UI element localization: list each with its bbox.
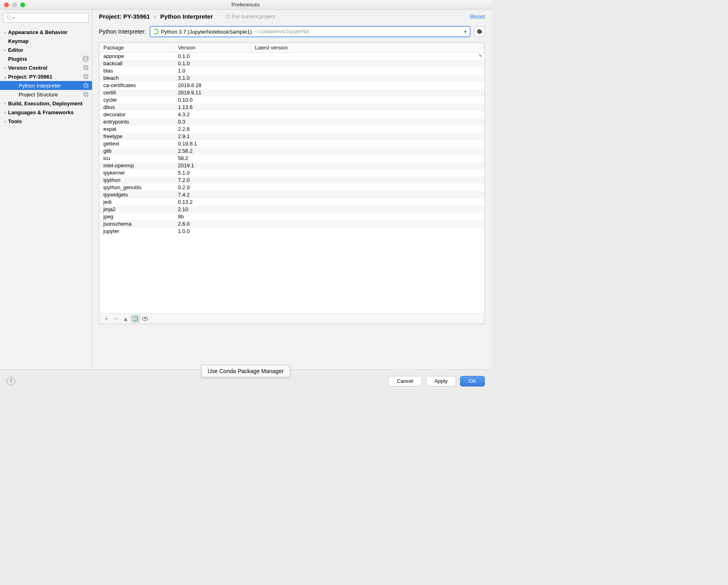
sidebar-item-label: Keymap	[8, 38, 92, 44]
table-row[interactable]: icu58.2	[99, 155, 484, 162]
sidebar-item-languages-frameworks[interactable]: ›Languages & Frameworks	[0, 108, 92, 117]
chevron-right-icon: ›	[2, 66, 8, 70]
package-latest	[251, 199, 484, 206]
apply-button[interactable]: Apply	[426, 376, 456, 386]
chevron-right-icon: ›	[2, 30, 8, 34]
package-name: cycler	[99, 96, 174, 104]
table-row[interactable]: jupyter1.0.0	[99, 228, 484, 235]
package-latest	[251, 82, 484, 89]
sidebar-item-python-interpreter[interactable]: Python Interpreter	[0, 81, 92, 90]
table-row[interactable]: bleach3.1.0	[99, 75, 484, 82]
sidebar-item-label: Plugins	[8, 56, 82, 62]
use-conda-button[interactable]	[131, 315, 140, 323]
table-row[interactable]: entrypoints0.3	[99, 118, 484, 126]
scope-badge: For current project	[225, 13, 275, 19]
sidebar-item-version-control[interactable]: ›Version Control	[0, 63, 92, 72]
add-package-button[interactable]: ＋	[102, 315, 111, 323]
show-early-releases-button[interactable]	[141, 315, 150, 323]
packages-table: Package Version Latest version appnope0.…	[99, 43, 485, 324]
table-row[interactable]: jpeg9b	[99, 213, 484, 220]
package-latest	[251, 206, 484, 213]
table-body[interactable]: appnope0.1.0backcall0.1.0blas1.0bleach3.…	[99, 53, 484, 313]
table-header: Package Version Latest version	[99, 43, 484, 53]
package-name: backcall	[99, 60, 174, 67]
chevron-down-icon: ▼	[463, 30, 467, 34]
table-row[interactable]: dbus1.13.6	[99, 104, 484, 111]
table-row[interactable]: ipython_genutils0.2.0	[99, 184, 484, 191]
package-latest	[251, 96, 484, 104]
package-name: decorator	[99, 111, 174, 118]
table-row[interactable]: ipykernel5.1.0	[99, 169, 484, 177]
svg-rect-2	[84, 66, 87, 69]
package-name: ipykernel	[99, 169, 174, 177]
table-row[interactable]: cycler0.10.0	[99, 96, 484, 104]
table-row[interactable]: ipywidgets7.4.2	[99, 191, 484, 199]
search-dropdown-icon[interactable]: ▾	[13, 16, 15, 20]
sidebar-item-tools[interactable]: ›Tools	[0, 117, 92, 126]
package-latest	[251, 213, 484, 220]
table-row[interactable]: expat2.2.6	[99, 126, 484, 133]
sidebar-item-label: Appearance & Behavior	[8, 29, 92, 35]
breadcrumb-root[interactable]: Project: PY-35961	[99, 13, 150, 20]
help-button[interactable]: ?	[6, 377, 15, 386]
table-row[interactable]: decorator4.3.2	[99, 111, 484, 118]
table-row[interactable]: glib2.56.2	[99, 147, 484, 155]
svg-rect-10	[226, 15, 229, 17]
search-field[interactable]	[17, 15, 86, 21]
table-row[interactable]: jsonschema2.6.0	[99, 220, 484, 228]
table-row[interactable]: backcall0.1.0	[99, 60, 484, 67]
package-version: 0.1.0	[174, 53, 251, 60]
column-latest[interactable]: Latest version	[251, 43, 484, 52]
sidebar-item-keymap[interactable]: Keymap	[0, 36, 92, 45]
tooltip: Use Conda Package Manager	[201, 365, 290, 377]
column-version[interactable]: Version	[174, 43, 251, 52]
sidebar-item-project-py-35961[interactable]: ⌄Project: PY-35961	[0, 72, 92, 81]
table-row[interactable]: ca-certificates2019.8.28	[99, 82, 484, 89]
table-row[interactable]: jinja22.10	[99, 206, 484, 213]
copy-icon	[83, 65, 89, 70]
sidebar-item-build-execution-deployment[interactable]: ›Build, Execution, Deployment	[0, 99, 92, 108]
package-version: 58.2	[174, 155, 251, 162]
package-version: 0.1.0	[174, 60, 251, 67]
cancel-button[interactable]: Cancel	[388, 376, 422, 386]
column-package[interactable]: Package	[99, 43, 174, 52]
package-latest	[251, 140, 484, 147]
package-version: 1.0.0	[174, 228, 251, 235]
table-row[interactable]: certifi2019.9.11	[99, 89, 484, 96]
loading-spinner-icon	[153, 29, 158, 34]
svg-line-1	[10, 19, 11, 20]
sidebar-item-project-structure[interactable]: Project Structure	[0, 90, 92, 99]
svg-rect-9	[85, 93, 88, 96]
sidebar-item-label: Python Interpreter	[8, 83, 83, 89]
package-latest	[251, 89, 484, 96]
table-row[interactable]: gettext0.19.8.1	[99, 140, 484, 147]
table-row[interactable]: freetype2.9.1	[99, 133, 484, 140]
package-latest	[251, 228, 484, 235]
table-row[interactable]: blas1.0	[99, 67, 484, 75]
reset-link[interactable]: Reset	[470, 13, 485, 20]
table-row[interactable]: appnope0.1.0	[99, 53, 484, 60]
package-version: 2.2.6	[174, 126, 251, 133]
table-row[interactable]: ipython7.2.0	[99, 177, 484, 184]
gear-icon	[477, 29, 482, 34]
breadcrumb-current: Python Interpreter	[160, 13, 213, 20]
remove-package-button[interactable]: −	[111, 315, 120, 323]
package-version: 7.4.2	[174, 191, 251, 199]
ok-button[interactable]: OK	[460, 376, 485, 386]
package-name: jpeg	[99, 213, 174, 220]
package-latest	[251, 53, 484, 60]
table-row[interactable]: jedi0.13.2	[99, 199, 484, 206]
package-name: blas	[99, 67, 174, 75]
table-row[interactable]: intel-openmp2019.1	[99, 162, 484, 169]
package-version: 2.56.2	[174, 147, 251, 155]
package-latest	[251, 184, 484, 191]
interpreter-dropdown[interactable]: Python 3.7 (JupyterNotebookSample1) ~/.c…	[150, 26, 470, 37]
sidebar-item-editor[interactable]: ›Editor	[0, 45, 92, 54]
package-version: 9b	[174, 213, 251, 220]
sidebar-item-appearance-behavior[interactable]: ›Appearance & Behavior	[0, 28, 92, 36]
upgrade-package-button[interactable]: ▲	[121, 315, 130, 323]
interpreter-settings-button[interactable]	[474, 26, 485, 37]
sidebar-item-plugins[interactable]: Plugins1	[0, 54, 92, 63]
search-input[interactable]: ▾	[3, 13, 89, 23]
package-name: ipython_genutils	[99, 184, 174, 191]
